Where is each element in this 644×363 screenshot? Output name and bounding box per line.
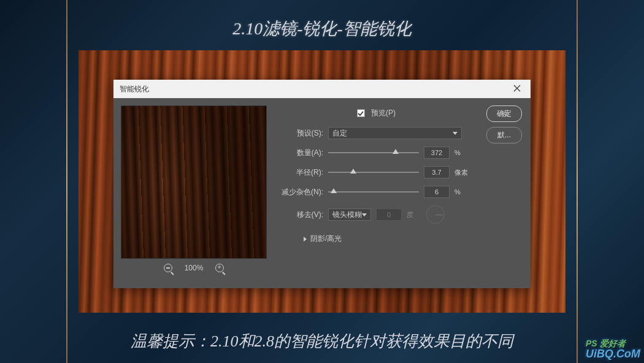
chevron-down-icon (453, 132, 458, 135)
preview-checkbox-label: 预览(P) (371, 108, 396, 118)
noise-slider[interactable] (328, 191, 419, 193)
preview-checkbox-row: 预览(P) (279, 108, 518, 118)
angle-unit: 度 (407, 210, 421, 220)
zoom-in-button[interactable] (215, 264, 224, 272)
noise-input[interactable]: 6 (424, 186, 450, 198)
preset-value: 自定 (332, 128, 347, 139)
zoom-level: 100% (185, 264, 204, 272)
close-button[interactable] (510, 82, 524, 96)
zoom-controls: 100% (121, 259, 267, 277)
amount-label: 数量(A): (279, 148, 323, 158)
decorative-border-right (577, 0, 578, 363)
bottom-tip: 温馨提示：2.10和2.8的智能锐化针对获得效果目的不同 (0, 331, 644, 352)
remove-row: 移去(V): 镜头模糊 0 度 (279, 205, 469, 224)
radius-slider[interactable] (328, 172, 419, 173)
preset-select[interactable]: 自定 (328, 127, 462, 139)
amount-row: 数量(A): 372 % (279, 147, 469, 159)
dialog-buttons: 确定 默... (486, 105, 522, 143)
preset-row: 预设(S): 自定 (279, 127, 469, 139)
zoom-out-button[interactable] (164, 264, 172, 272)
noise-slider-thumb[interactable] (331, 188, 337, 193)
preview-image[interactable] (121, 105, 267, 259)
page-title: 2.10滤镜-锐化-智能锐化 (0, 17, 644, 40)
ok-button[interactable]: 确定 (486, 105, 522, 122)
amount-slider[interactable] (328, 152, 419, 153)
amount-input[interactable]: 372 (424, 147, 450, 159)
remove-label: 移去(V): (279, 210, 323, 220)
watermark-url: UiBQ.CoM (586, 348, 640, 360)
amount-slider-thumb[interactable] (393, 149, 399, 154)
radius-slider-thumb[interactable] (350, 169, 356, 174)
smart-sharpen-dialog: 智能锐化 100% 预览(P) (113, 80, 531, 288)
noise-label: 减少杂色(N): (279, 187, 323, 197)
dialog-title: 智能锐化 (120, 84, 149, 94)
radius-input[interactable]: 3.7 (424, 166, 450, 178)
check-icon (358, 110, 364, 117)
noise-unit: % (454, 188, 469, 196)
close-icon (513, 85, 521, 92)
radius-row: 半径(R): 3.7 像素 (279, 166, 469, 178)
shadows-highlights-toggle[interactable]: 阴影/高光 (279, 234, 469, 244)
default-button[interactable]: 默... (486, 127, 522, 143)
noise-row: 减少杂色(N): 6 % (279, 186, 469, 198)
remove-select[interactable]: 镜头模糊 (328, 208, 371, 221)
radius-label: 半径(R): (279, 167, 323, 178)
angle-input: 0 (376, 208, 402, 221)
chevron-right-icon (304, 237, 307, 242)
watermark: PS 爱好者 UiBQ.CoM (586, 339, 640, 361)
preview-checkbox[interactable] (357, 109, 365, 117)
watermark-cn: PS 爱好者 (586, 339, 640, 348)
amount-unit: % (454, 149, 469, 156)
dialog-body: 100% 预览(P) 确定 默... (113, 98, 531, 288)
dialog-titlebar[interactable]: 智能锐化 (113, 80, 531, 98)
angle-dial (426, 205, 445, 224)
decorative-border-left (66, 0, 67, 363)
shadows-highlights-label: 阴影/高光 (310, 234, 342, 244)
remove-value: 镜头模糊 (332, 210, 362, 220)
preview-panel: 100% (121, 105, 267, 281)
radius-unit: 像素 (454, 168, 469, 177)
controls-panel: 预览(P) 确定 默... 预设(S): 自定 (274, 105, 523, 281)
chevron-down-icon (362, 213, 367, 216)
preset-label: 预设(S): (279, 128, 323, 139)
